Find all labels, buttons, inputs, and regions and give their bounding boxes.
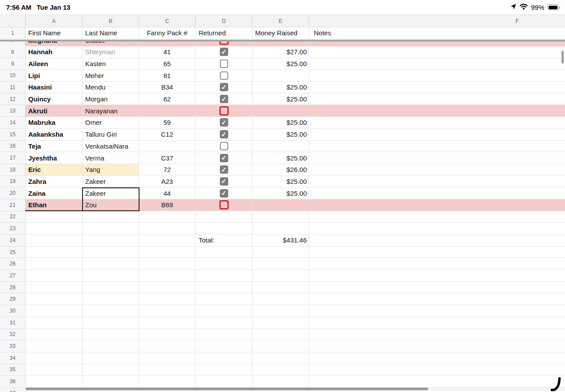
cell-D33[interactable]: [196, 340, 252, 352]
cell-C14[interactable]: 59: [139, 117, 196, 129]
cell-F17[interactable]: [309, 152, 565, 164]
row-header-7[interactable]: 7: [0, 41, 26, 46]
row-header-30[interactable]: 30: [0, 305, 26, 317]
cell-F29[interactable]: [309, 293, 565, 305]
checkbox-checked[interactable]: [220, 165, 228, 174]
cell-B23[interactable]: [83, 223, 139, 235]
cell-A20[interactable]: Zaina: [26, 187, 83, 199]
cell-C16[interactable]: [139, 141, 196, 153]
row-header-33[interactable]: 33: [0, 340, 26, 352]
cell-E13[interactable]: [252, 105, 309, 117]
cell-D7[interactable]: [196, 41, 252, 46]
cell-C36[interactable]: [139, 376, 196, 388]
corner-cell[interactable]: [0, 15, 26, 27]
column-header-C[interactable]: C: [139, 15, 196, 27]
cell-C28[interactable]: [139, 282, 196, 294]
cell-C30[interactable]: [139, 305, 196, 317]
cell-D32[interactable]: [196, 329, 252, 341]
cell-E30[interactable]: [252, 305, 309, 317]
cell-C24[interactable]: [139, 235, 196, 246]
cell-B18[interactable]: Yang: [83, 164, 139, 176]
cell-B26[interactable]: [83, 258, 139, 270]
row-header-11[interactable]: 11: [0, 82, 26, 93]
row-header-36[interactable]: 36: [0, 376, 26, 388]
row-header-16[interactable]: 16: [0, 141, 26, 153]
cell-F28[interactable]: [309, 282, 565, 294]
cell-F35[interactable]: [309, 364, 565, 376]
cell-A26[interactable]: [26, 258, 83, 270]
cell-C32[interactable]: [139, 329, 196, 341]
cell-E24[interactable]: $431.46: [252, 235, 309, 246]
cell-B12[interactable]: Morgan: [83, 93, 139, 105]
cell-A8[interactable]: Hannah: [26, 46, 83, 58]
cell-E20[interactable]: $25.00: [252, 187, 309, 199]
checkbox-unchecked-red[interactable]: [219, 200, 229, 209]
checkbox-checked[interactable]: [220, 95, 228, 103]
cell-B17[interactable]: Verma: [83, 152, 139, 164]
cell-D22[interactable]: [196, 211, 252, 223]
cell-B33[interactable]: [83, 340, 139, 352]
cell-E28[interactable]: [252, 282, 309, 294]
cell-B7[interactable]: Gadde: [83, 41, 139, 46]
row-header-9[interactable]: 9: [0, 58, 26, 70]
cell-A27[interactable]: [26, 270, 83, 282]
checkbox-checked[interactable]: [220, 154, 228, 162]
cell-C26[interactable]: [139, 258, 196, 270]
cell-C7[interactable]: [139, 41, 196, 46]
row-header-17[interactable]: 17: [0, 152, 26, 164]
cell-E22[interactable]: [252, 211, 309, 223]
cell-B34[interactable]: [83, 352, 139, 364]
row-header-31[interactable]: 31: [0, 317, 26, 329]
cell-E34[interactable]: [252, 352, 309, 364]
cell-B16[interactable]: VenkatsaiNara: [83, 141, 139, 153]
row-header-13[interactable]: 13: [0, 105, 26, 117]
cell-B32[interactable]: [83, 329, 139, 341]
cell-D21[interactable]: [196, 199, 252, 211]
cell-C34[interactable]: [139, 352, 196, 364]
cell-F34[interactable]: [309, 352, 565, 364]
cell-F31[interactable]: [309, 317, 565, 329]
cell-F20[interactable]: [309, 187, 565, 199]
cell-C22[interactable]: [139, 211, 196, 223]
cell-C10[interactable]: 81: [139, 70, 196, 82]
cell-A17[interactable]: Jyeshtha: [26, 152, 83, 164]
cell-E35[interactable]: [252, 364, 309, 376]
column-header-B[interactable]: B: [83, 15, 139, 27]
cell-F11[interactable]: [309, 82, 565, 93]
cell-F27[interactable]: [309, 270, 565, 282]
cell-E18[interactable]: $26.00: [252, 164, 309, 176]
cell-E23[interactable]: [252, 223, 309, 235]
cell-D36[interactable]: [196, 376, 252, 388]
row-header-20[interactable]: 20: [0, 187, 26, 199]
cell-A21[interactable]: Ethan: [26, 199, 83, 211]
cell-B36[interactable]: [83, 376, 139, 388]
cell-A13[interactable]: Akruti: [26, 105, 83, 117]
cell-A10[interactable]: Lipi: [26, 70, 83, 82]
cell-A28[interactable]: [26, 282, 83, 294]
cell-F30[interactable]: [309, 305, 565, 317]
cell-C1[interactable]: Fanny Pack #: [139, 27, 196, 39]
cell-A31[interactable]: [26, 317, 83, 329]
cell-A1[interactable]: First Name: [26, 27, 83, 39]
cell-D19[interactable]: [196, 176, 252, 188]
row-header-15[interactable]: 15: [0, 129, 26, 141]
row-header-14[interactable]: 14: [0, 117, 26, 129]
cell-E36[interactable]: [252, 376, 309, 388]
cell-E1[interactable]: Money Raised: [252, 27, 309, 39]
row-header-26[interactable]: 26: [0, 258, 26, 270]
cell-F24[interactable]: [309, 235, 565, 246]
cell-E19[interactable]: $25.00: [252, 176, 309, 188]
row-header-18[interactable]: 18: [0, 164, 26, 176]
cell-E9[interactable]: $25.00: [252, 58, 309, 70]
cell-C21[interactable]: B69: [139, 199, 196, 211]
cell-F32[interactable]: [309, 329, 565, 341]
cell-E32[interactable]: [252, 329, 309, 341]
cell-D11[interactable]: [196, 82, 252, 93]
row-header-35[interactable]: 35: [0, 364, 26, 376]
cell-C33[interactable]: [139, 340, 196, 352]
cell-B9[interactable]: Kasten: [83, 58, 139, 70]
cell-F1[interactable]: Notes: [309, 27, 565, 39]
cell-C20[interactable]: 44: [139, 187, 196, 199]
cell-E27[interactable]: [252, 270, 309, 282]
cell-D30[interactable]: [196, 305, 252, 317]
